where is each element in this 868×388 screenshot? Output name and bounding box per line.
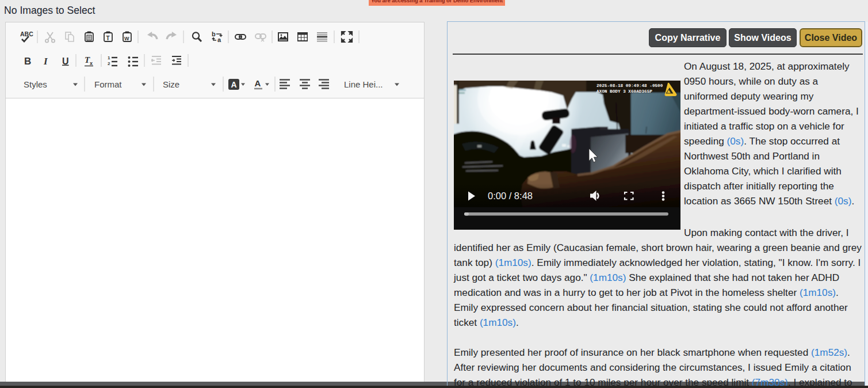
svg-text:Size: Size bbox=[163, 79, 179, 89]
svg-text:0:00 / 8:48: 0:00 / 8:48 bbox=[488, 191, 533, 201]
svg-text:ABC: ABC bbox=[20, 31, 33, 37]
svg-text:x: x bbox=[90, 60, 93, 66]
svg-text:A: A bbox=[231, 80, 237, 89]
svg-text:T: T bbox=[106, 35, 109, 41]
svg-text:1: 1 bbox=[108, 55, 110, 60]
svg-text:b: b bbox=[212, 31, 216, 37]
svg-text:a: a bbox=[217, 36, 221, 43]
svg-text:B: B bbox=[24, 56, 31, 67]
svg-text:Format: Format bbox=[94, 79, 122, 89]
svg-text:W: W bbox=[124, 36, 129, 41]
svg-text:I: I bbox=[43, 56, 48, 67]
svg-text:2: 2 bbox=[108, 61, 110, 66]
svg-text:AXON BODY 3 X60AD365P: AXON BODY 3 X60AD365P bbox=[596, 89, 652, 94]
svg-text:Styles: Styles bbox=[24, 79, 47, 89]
svg-text:U: U bbox=[62, 56, 69, 66]
svg-text:A: A bbox=[255, 78, 261, 88]
svg-text:2025-08-18 09:49:48 -0500: 2025-08-18 09:49:48 -0500 bbox=[596, 83, 663, 88]
svg-text:Line Hei...: Line Hei... bbox=[344, 79, 383, 89]
